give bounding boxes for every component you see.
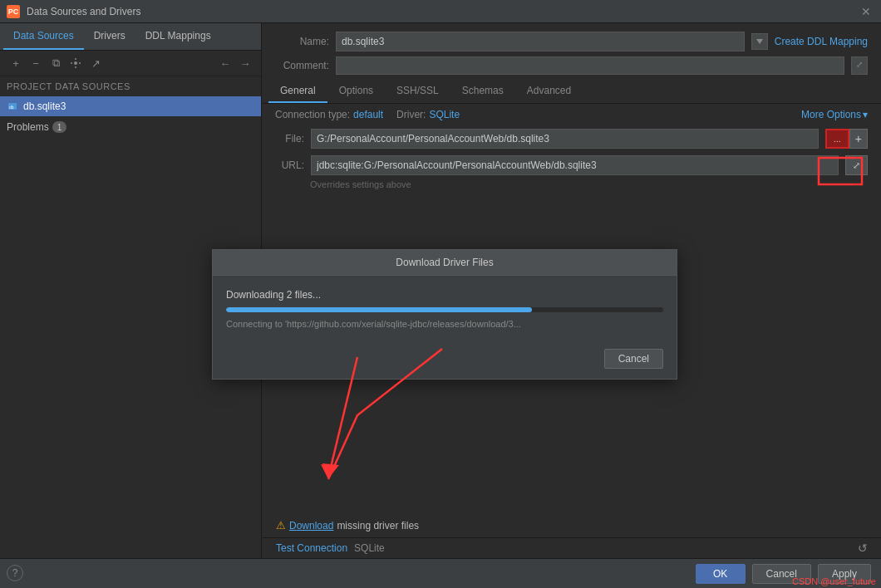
- tab-drivers[interactable]: Drivers: [84, 23, 135, 50]
- problems-label: Problems: [7, 121, 49, 133]
- url-input[interactable]: [311, 155, 839, 175]
- name-label: Name:: [275, 36, 329, 47]
- conn-driver-value[interactable]: SQLite: [429, 109, 460, 120]
- sub-tab-schemas[interactable]: Schemas: [450, 80, 515, 103]
- tab-data-sources[interactable]: Data Sources: [3, 23, 84, 50]
- title-bar: PC Data Sources and Drivers ✕: [0, 0, 881, 23]
- sub-tabs: General Options SSH/SSL Schemas Advanced: [262, 80, 881, 104]
- download-missing-row: ⚠ Download missing driver files: [276, 519, 868, 532]
- forward-button[interactable]: →: [236, 54, 254, 72]
- sub-tab-options[interactable]: Options: [327, 80, 385, 103]
- dialog-status: Downloading 2 files...: [226, 289, 663, 301]
- add-button[interactable]: +: [7, 54, 25, 72]
- problems-badge: 1: [52, 121, 67, 133]
- refresh-button[interactable]: ↺: [858, 541, 868, 555]
- conn-driver-label: Driver:: [396, 109, 426, 120]
- more-options-button[interactable]: More Options ▾: [801, 109, 868, 120]
- create-ddl-link[interactable]: Create DDL Mapping: [775, 36, 868, 47]
- progress-bar-bg: [226, 307, 663, 312]
- comment-row: Comment: ⤢: [275, 56, 868, 75]
- tab-ddl-mappings[interactable]: DDL Mappings: [135, 23, 221, 50]
- sub-tab-advanced[interactable]: Advanced: [515, 80, 583, 103]
- sqlite-status-text: SQLite: [354, 542, 385, 554]
- file-label: File:: [275, 133, 304, 145]
- conn-type-label: Connection type:: [275, 109, 350, 120]
- back-button[interactable]: ←: [216, 54, 234, 72]
- window-title: Data Sources and Drivers: [27, 6, 140, 17]
- watermark: CSDN @user_future: [787, 575, 881, 588]
- open-button[interactable]: ↗: [86, 54, 105, 72]
- url-expand-button[interactable]: ⤢: [845, 155, 868, 175]
- name-row: Name: Create DDL Mapping: [275, 32, 868, 51]
- dialog-sub-text: Connecting to 'https://github.com/xerial…: [226, 319, 663, 329]
- remove-button[interactable]: −: [27, 54, 45, 72]
- file-browse-button[interactable]: ...: [825, 129, 849, 149]
- progress-bar-fill: [226, 307, 532, 312]
- action-row: OK Cancel Apply: [0, 558, 881, 588]
- problems-row[interactable]: Problems 1: [0, 116, 261, 138]
- project-data-sources-label: Project Data Sources: [0, 76, 261, 96]
- duplicate-button[interactable]: ⧉: [47, 54, 65, 72]
- comment-expand-button[interactable]: ⤢: [851, 56, 868, 75]
- download-dialog: Download Driver Files Downloading 2 file…: [212, 249, 677, 380]
- overrides-text: Overrides settings above: [262, 179, 881, 193]
- properties-button[interactable]: [66, 54, 85, 72]
- sub-tab-ssh-ssl[interactable]: SSH/SSL: [385, 80, 450, 103]
- left-toolbar: + − ⧉ ↗ ← →: [0, 51, 261, 76]
- dialog-body: Downloading 2 files... Connecting to 'ht…: [213, 276, 677, 342]
- dialog-btn-row: Cancel: [213, 342, 677, 379]
- missing-driver-text: missing driver files: [337, 520, 419, 532]
- name-dropdown[interactable]: [751, 33, 768, 50]
- comment-label: Comment:: [275, 60, 329, 71]
- url-label: URL:: [275, 159, 304, 171]
- svg-text:db: db: [9, 105, 14, 110]
- form-area: Name: Create DDL Mapping Comment: ⤢: [262, 23, 881, 80]
- ok-button[interactable]: OK: [696, 564, 746, 584]
- dialog-title: Download Driver Files: [213, 250, 677, 276]
- name-input[interactable]: [336, 32, 745, 51]
- comment-input[interactable]: [336, 56, 844, 75]
- help-button[interactable]: ?: [7, 565, 23, 581]
- status-bar: Test Connection SQLite ↺: [263, 537, 881, 558]
- left-tabs: Data Sources Drivers DDL Mappings: [0, 23, 261, 51]
- file-row: File: ... +: [262, 125, 881, 152]
- close-button[interactable]: ✕: [858, 3, 874, 20]
- sqlite-icon: db: [7, 100, 18, 112]
- file-input[interactable]: [311, 129, 819, 149]
- url-row: URL: ⤢: [262, 152, 881, 179]
- conn-type-value[interactable]: default: [353, 109, 383, 120]
- warning-icon: ⚠: [276, 519, 286, 532]
- app-icon: PC: [7, 5, 20, 18]
- test-connection-link[interactable]: Test Connection: [276, 542, 347, 554]
- svg-point-0: [74, 61, 77, 65]
- datasource-item-sqlite[interactable]: db db.sqlite3: [0, 96, 261, 116]
- datasource-name: db.sqlite3: [23, 100, 66, 112]
- connection-info: Connection type: default Driver: SQLite …: [262, 104, 881, 125]
- dialog-cancel-button[interactable]: Cancel: [604, 349, 663, 369]
- sub-tab-general[interactable]: General: [268, 80, 327, 103]
- download-link[interactable]: Download: [289, 520, 333, 532]
- file-add-button[interactable]: +: [849, 129, 868, 149]
- bottom-content: ⚠ Download missing driver files: [263, 512, 881, 538]
